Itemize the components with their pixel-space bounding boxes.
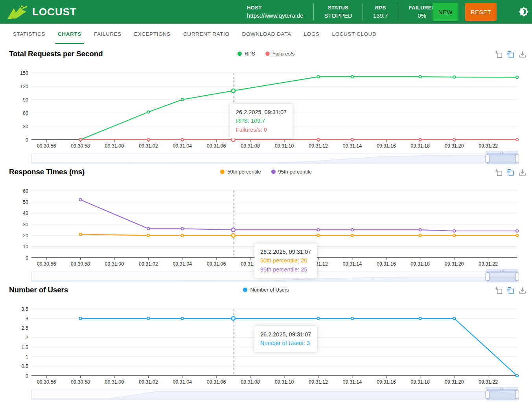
y-axis-label: 0: [26, 137, 28, 143]
data-point: [516, 230, 518, 232]
tooltip-row: Number of Users: 3: [260, 339, 311, 347]
chart-tooltip: 26.2.2025, 09:31:07 RPS: 109.7Failures/s…: [230, 104, 293, 138]
tooltip-date: 26.2.2025, 09:31:07: [260, 330, 311, 339]
x-axis-label: 09:31:10: [275, 379, 294, 385]
x-axis-label: 09:31:18: [411, 143, 430, 149]
y-axis-label: 2: [26, 335, 28, 340]
data-point: [419, 138, 422, 141]
slider-handle[interactable]: [486, 155, 489, 162]
slider-handle[interactable]: [515, 155, 519, 162]
x-axis-label: 09:31:00: [105, 379, 124, 385]
x-axis-label: 09:30:58: [71, 379, 90, 385]
data-point: [453, 317, 455, 319]
data-point: [181, 98, 184, 101]
slider-handle[interactable]: [486, 273, 489, 281]
y-axis-label: 60: [23, 111, 28, 116]
tooltip-row: RPS: 109.7: [236, 116, 287, 125]
x-axis-label: 09:31:14: [343, 143, 362, 149]
data-point: [147, 317, 149, 319]
data-point: [79, 199, 81, 201]
data-point: [419, 229, 422, 231]
x-axis-label: 09:31:08: [241, 143, 260, 149]
data-point: [351, 317, 353, 319]
data-point: [351, 229, 353, 231]
data-point: [147, 227, 149, 230]
series-line-95th-percentile: [80, 200, 517, 231]
x-axis-label: 09:31:22: [479, 143, 498, 149]
data-point: [147, 111, 149, 113]
slider-handle[interactable]: [486, 391, 489, 399]
x-axis-label: 09:30:56: [37, 379, 56, 385]
slider-handle[interactable]: [515, 273, 519, 281]
x-axis-label: 09:31:22: [479, 261, 498, 267]
data-point: [181, 227, 184, 230]
x-axis-label: 09:31:10: [275, 143, 294, 149]
data-point: [419, 317, 422, 319]
x-axis-label: 09:30:56: [37, 143, 56, 149]
data-point: [419, 234, 422, 236]
y-axis-label: 60: [23, 188, 28, 194]
data-point: [79, 138, 81, 141]
slider-selection[interactable]: [488, 153, 517, 164]
x-axis-label: 09:31:06: [207, 143, 226, 149]
x-axis-label: 09:31:22: [479, 379, 498, 385]
y-axis-label: 20: [23, 233, 28, 238]
x-axis-label: 09:31:02: [139, 261, 158, 267]
x-axis-label: 09:31:04: [173, 143, 192, 149]
datazoom-slider[interactable]: [31, 387, 519, 400]
slider-handle[interactable]: [515, 391, 519, 399]
tooltip-row: 95th percentile: 25: [260, 265, 311, 274]
chart-tooltip: 26.2.2025, 09:31:07 50th percentile: 209…: [254, 244, 317, 278]
chart-2[interactable]: 00.511.522.533.509:30:5609:30:5809:31:00…: [22, 306, 519, 401]
data-point: [351, 76, 353, 78]
x-axis-label: 09:31:20: [445, 379, 464, 385]
data-point: [317, 234, 319, 236]
x-axis-label: 09:30:58: [71, 261, 90, 267]
data-point: [453, 76, 455, 78]
data-point: [516, 138, 518, 141]
y-axis-label: 120: [20, 84, 28, 89]
x-axis-label: 09:31:04: [173, 261, 192, 267]
datazoom-slider[interactable]: [31, 151, 519, 164]
y-axis-label: 3: [26, 316, 28, 321]
x-axis-label: 09:31:02: [139, 379, 158, 385]
data-point: [147, 138, 149, 141]
data-point: [516, 76, 518, 78]
x-axis-label: 09:30:58: [71, 143, 90, 149]
slider-selection[interactable]: [488, 271, 517, 282]
x-axis-label: 09:31:16: [377, 379, 396, 385]
x-axis-label: 09:31:02: [139, 143, 158, 149]
y-axis-label: 30: [23, 222, 28, 227]
series-line-50th-percentile: [80, 234, 517, 236]
tooltip-date: 26.2.2025, 09:31:07: [260, 247, 311, 256]
data-point: [181, 317, 184, 319]
x-axis-label: 09:31:00: [105, 143, 124, 149]
x-axis-label: 09:31:08: [241, 379, 260, 385]
x-axis-label: 09:31:20: [445, 261, 464, 267]
data-point: [181, 234, 184, 236]
data-point: [351, 138, 353, 141]
x-axis-label: 09:31:18: [411, 379, 430, 385]
data-point: [317, 229, 319, 231]
x-axis-label: 09:31:14: [343, 379, 362, 385]
x-axis-label: 09:31:00: [105, 261, 124, 267]
x-axis-label: 09:31:06: [207, 379, 226, 385]
data-point: [419, 76, 422, 78]
data-point: [516, 234, 518, 236]
data-point: [317, 76, 319, 78]
data-point: [232, 228, 235, 232]
x-axis-label: 09:30:56: [37, 261, 56, 267]
data-point: [516, 375, 518, 377]
data-point: [79, 233, 81, 235]
data-point: [232, 317, 235, 320]
x-axis-label: 09:31:14: [343, 261, 362, 267]
x-axis-label: 09:31:16: [377, 143, 396, 149]
data-point: [232, 234, 235, 237]
x-axis-label: 09:31:18: [411, 261, 430, 267]
slider-selection[interactable]: [488, 389, 517, 400]
tooltip-row: 50th percentile: 20: [260, 256, 311, 265]
x-axis-label: 09:31:06: [207, 261, 226, 267]
y-axis-label: 10: [23, 244, 28, 249]
y-axis-label: 1.5: [22, 345, 28, 350]
data-point: [453, 138, 455, 141]
